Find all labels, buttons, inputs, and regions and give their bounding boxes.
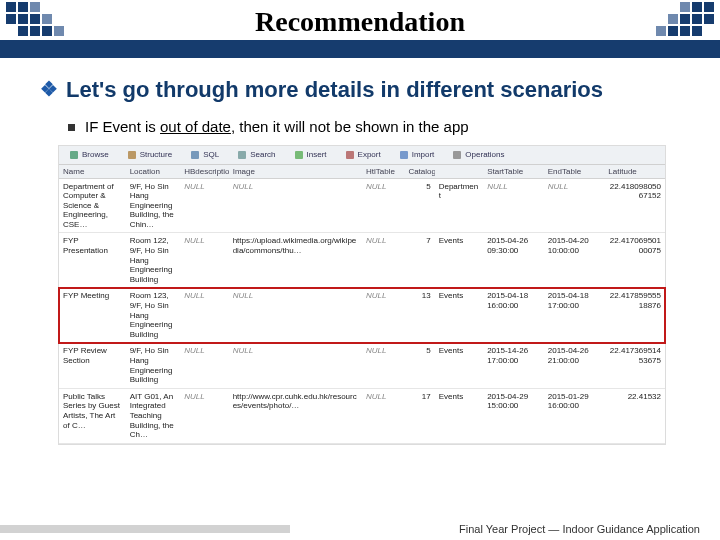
cell: NULL (180, 178, 228, 233)
structure-icon (127, 150, 137, 160)
bullet1-text: Let's go through more details in differe… (66, 76, 603, 104)
cell: 17 (404, 388, 434, 443)
cell: 2015-04-18 17:00:00 (544, 288, 605, 343)
cell: Events (435, 288, 483, 343)
svg-rect-7 (453, 151, 461, 159)
db-table-body: Department of Computer & Science & Engin… (59, 178, 665, 443)
browse-icon (69, 150, 79, 160)
cell: AIT G01, An Integrated Teaching Building… (126, 388, 181, 443)
cell: 7 (404, 233, 434, 288)
corner-deco-left (6, 2, 64, 36)
col-Location[interactable]: Location (126, 165, 181, 179)
cell: 22.41532 (604, 388, 665, 443)
cell: 22.41785955518876 (604, 288, 665, 343)
cell: FYP Review Section (59, 343, 126, 388)
cell: 9/F, Ho Sin Hang Engineering Building, t… (126, 178, 181, 233)
slide: Recommendation ❖ Let's go through more d… (0, 0, 720, 540)
table-row[interactable]: Public Talks Series by Guest Artists, Th… (59, 388, 665, 443)
square-bullet-icon (68, 124, 75, 131)
cell: 22.41736951453675 (604, 343, 665, 388)
tab-browse[interactable]: Browse (65, 149, 113, 161)
cell: FYP Presentation (59, 233, 126, 288)
bullet-level1: ❖ Let's go through more details in diffe… (40, 76, 684, 104)
cell: 22.41809805067152 (604, 178, 665, 233)
bullet2-text: IF Event is out of date, then it will no… (85, 118, 469, 135)
tab-structure[interactable]: Structure (123, 149, 176, 161)
tab-operations[interactable]: Operations (448, 149, 508, 161)
cell: http://www.cpr.cuhk.edu.hk/resources/eve… (229, 388, 362, 443)
cell: 13 (404, 288, 434, 343)
col-StartTable[interactable]: StartTable (483, 165, 544, 179)
title-band: Recommendation (0, 0, 720, 58)
col-spacer[interactable] (435, 165, 483, 179)
svg-rect-5 (346, 151, 354, 159)
cell: NULL (483, 178, 544, 233)
cell: 2015-04-26 21:00:00 (544, 343, 605, 388)
insert-icon (294, 150, 304, 160)
slide-title: Recommendation (0, 0, 720, 38)
tab-search[interactable]: Search (233, 149, 279, 161)
table-row[interactable]: FYP Review Section9/F, Ho Sin Hang Engin… (59, 343, 665, 388)
cell: 5 (404, 343, 434, 388)
col-Name[interactable]: Name (59, 165, 126, 179)
col-HtlTable[interactable]: HtlTable (362, 165, 404, 179)
table-row[interactable]: Department of Computer & Science & Engin… (59, 178, 665, 233)
cell: NULL (180, 343, 228, 388)
cell: NULL (362, 233, 404, 288)
slide-body: ❖ Let's go through more details in diffe… (0, 58, 720, 445)
cell: Events (435, 343, 483, 388)
cell: 2015-04-18 16:00:00 (483, 288, 544, 343)
cell: 2015-14-26 17:00:00 (483, 343, 544, 388)
cell: 5 (404, 178, 434, 233)
col-Catalog[interactable]: Catalog (404, 165, 434, 179)
db-screenshot: BrowseStructureSQLSearchInsertExportImpo… (58, 145, 666, 445)
cell: Room 122, 9/F, Ho Sin Hang Engineering B… (126, 233, 181, 288)
cell: 2015-04-26 09:30:00 (483, 233, 544, 288)
cell: Events (435, 388, 483, 443)
tab-import[interactable]: Import (395, 149, 439, 161)
footer: Final Year Project — Indoor Guidance App… (0, 518, 720, 540)
cell: NULL (180, 388, 228, 443)
cell: NULL (180, 233, 228, 288)
col-HBdescription[interactable]: HBdescription (180, 165, 228, 179)
operations-icon (452, 150, 462, 160)
bullet-level2: IF Event is out of date, then it will no… (68, 118, 684, 135)
cell: 22.41706950100075 (604, 233, 665, 288)
tab-insert[interactable]: Insert (290, 149, 331, 161)
cell: https://upload.wikimedia.org/wikipedia/c… (229, 233, 362, 288)
cell: FYP Meeting (59, 288, 126, 343)
cell: NULL (229, 288, 362, 343)
cell: NULL (229, 343, 362, 388)
db-table: NameLocationHBdescriptionImageHtlTableCa… (59, 165, 665, 444)
svg-rect-3 (238, 151, 246, 159)
cell: NULL (544, 178, 605, 233)
db-table-header: NameLocationHBdescriptionImageHtlTableCa… (59, 165, 665, 179)
svg-rect-4 (295, 151, 303, 159)
svg-rect-2 (191, 151, 199, 159)
cell: Department (435, 178, 483, 233)
tab-sql[interactable]: SQL (186, 149, 223, 161)
cell: 9/F, Ho Sin Hang Engineering Building (126, 343, 181, 388)
cell: 2015-04-29 15:00:00 (483, 388, 544, 443)
svg-rect-6 (400, 151, 408, 159)
import-icon (399, 150, 409, 160)
cell: NULL (362, 178, 404, 233)
sql-icon (190, 150, 200, 160)
search-icon (237, 150, 247, 160)
corner-deco-right (656, 2, 714, 36)
tab-export[interactable]: Export (341, 149, 385, 161)
cell: 2015-04-20 10:00:00 (544, 233, 605, 288)
cell: Events (435, 233, 483, 288)
db-tabbar: BrowseStructureSQLSearchInsertExportImpo… (59, 146, 665, 165)
svg-rect-0 (70, 151, 78, 159)
col-EndTable[interactable]: EndTable (544, 165, 605, 179)
cell: Department of Computer & Science & Engin… (59, 178, 126, 233)
cell: NULL (362, 288, 404, 343)
col-Latitude[interactable]: Latitude (604, 165, 665, 179)
col-Image[interactable]: Image (229, 165, 362, 179)
table-row[interactable]: FYP PresentationRoom 122, 9/F, Ho Sin Ha… (59, 233, 665, 288)
table-row[interactable]: FYP MeetingRoom 123, 9/F, Ho Sin Hang En… (59, 288, 665, 343)
cell: NULL (229, 178, 362, 233)
footer-text: Final Year Project — Indoor Guidance App… (459, 523, 720, 535)
footer-bar (0, 525, 290, 533)
